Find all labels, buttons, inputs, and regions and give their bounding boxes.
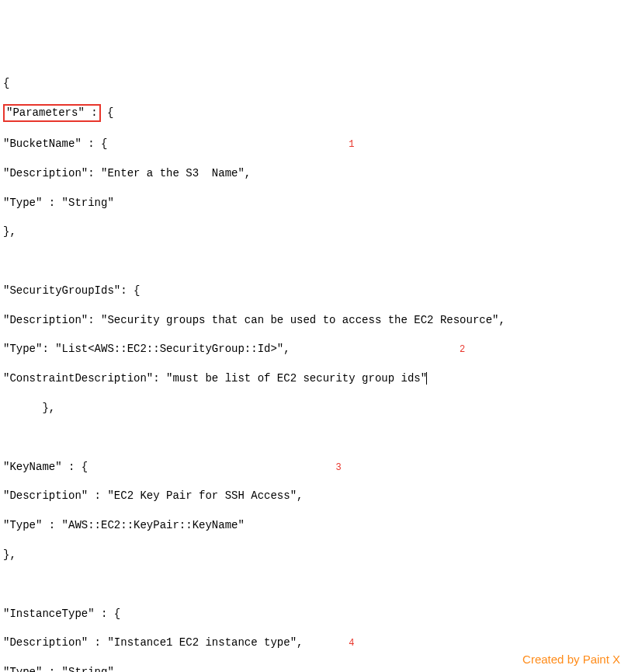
code-line: "Type": "List<AWS::EC2::SecurityGroup::I… bbox=[3, 342, 625, 357]
code-block: { "Parameters" : { "BucketName" : { 1 "D… bbox=[3, 62, 625, 672]
annotation-1: 1 bbox=[349, 139, 354, 150]
code-line: "BucketName" : { 1 bbox=[3, 137, 625, 151]
code-line: }, bbox=[3, 548, 625, 562]
annotation-2: 2 bbox=[460, 344, 465, 355]
code-line: "Type" : "AWS::EC2::KeyPair::KeyName" bbox=[3, 518, 625, 533]
code-line: "InstanceType" : { bbox=[3, 607, 625, 622]
code-line: "KeyName" : { 3 bbox=[3, 460, 625, 475]
code-line: "SecurityGroupIds": { bbox=[3, 284, 625, 298]
annotation-4: 4 bbox=[349, 638, 354, 649]
text-cursor bbox=[426, 372, 427, 385]
code-line: "ConstraintDescription": "must be list o… bbox=[3, 371, 625, 386]
code-line: "Description" : "EC2 Key Pair for SSH Ac… bbox=[3, 489, 625, 503]
code-line: "Description": "Enter a the S3 Name", bbox=[3, 166, 625, 181]
code-line: "Description": "Security groups that can… bbox=[3, 313, 625, 328]
code-line: "Parameters" : { bbox=[3, 106, 625, 122]
watermark-text: Created by Paint X bbox=[522, 652, 620, 667]
code-line bbox=[3, 577, 625, 592]
code-line: "Type" : "String" bbox=[3, 196, 625, 211]
code-line bbox=[3, 254, 625, 269]
code-line: }, bbox=[3, 225, 625, 239]
code-line: { bbox=[3, 76, 625, 91]
code-line: }, bbox=[3, 401, 625, 416]
code-line bbox=[3, 430, 625, 445]
annotation-3: 3 bbox=[335, 462, 341, 473]
code-line: "Description" : "Instance1 EC2 instance … bbox=[3, 635, 625, 650]
parameters-box: "Parameters" : bbox=[3, 104, 101, 122]
